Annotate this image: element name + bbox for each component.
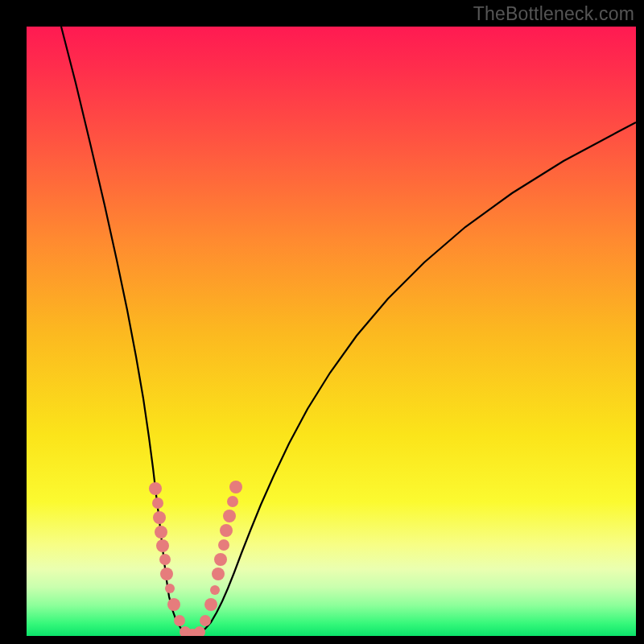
outer-frame: TheBottleneck.com xyxy=(0,0,644,644)
curve-left-branch xyxy=(61,27,192,634)
watermark-text: TheBottleneck.com xyxy=(473,3,634,25)
bead-marker xyxy=(156,539,169,552)
bead-marker xyxy=(227,496,238,507)
bead-marker xyxy=(214,553,227,566)
bead-marker xyxy=(200,615,211,626)
bead-marker xyxy=(212,568,225,580)
bead-marker xyxy=(194,626,205,636)
bead-marker xyxy=(152,497,163,509)
bead-marker xyxy=(167,598,180,611)
bead-marker xyxy=(153,511,166,524)
bead-markers xyxy=(149,481,242,636)
plot-area xyxy=(27,27,636,636)
bead-marker xyxy=(155,526,167,539)
curve-right-branch xyxy=(192,122,636,634)
bead-marker xyxy=(174,615,185,626)
bead-marker xyxy=(220,524,233,537)
bead-marker xyxy=(204,598,217,611)
bead-marker xyxy=(165,584,175,593)
bead-marker xyxy=(149,482,162,495)
bead-marker xyxy=(159,554,171,565)
bead-marker xyxy=(229,481,242,493)
bead-marker xyxy=(223,510,236,522)
bead-marker xyxy=(160,568,173,580)
bead-marker xyxy=(218,539,229,551)
bottleneck-curve xyxy=(27,27,636,636)
bead-marker xyxy=(210,585,220,595)
